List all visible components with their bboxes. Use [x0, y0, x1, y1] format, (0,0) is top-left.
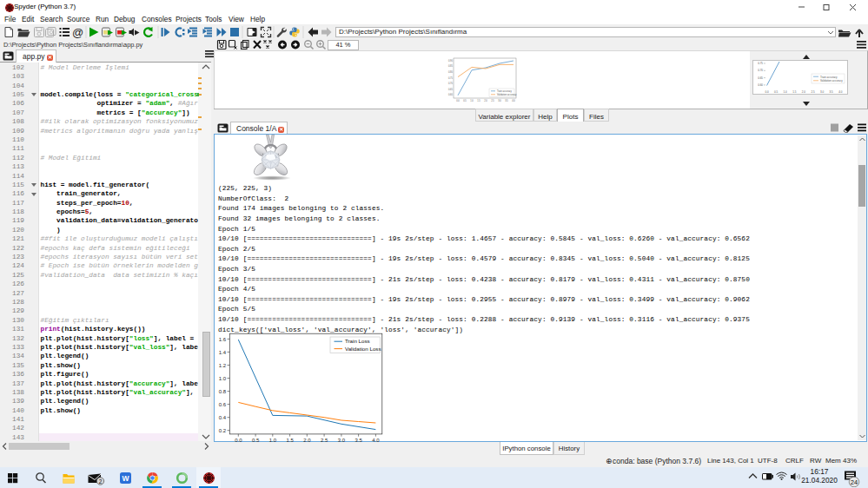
svg-text:24: 24: [851, 478, 858, 486]
svg-text:2: 2: [99, 478, 103, 485]
svg-text:W: W: [122, 474, 129, 483]
